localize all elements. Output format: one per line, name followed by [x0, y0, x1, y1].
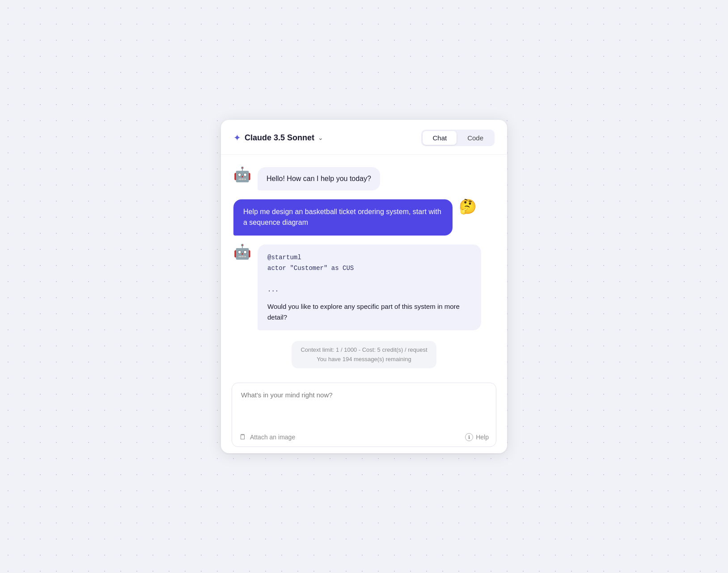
input-area: 🗒 Attach an image ℹ Help [221, 375, 507, 453]
bot-avatar-3: 🤖 [233, 244, 251, 259]
context-info: Context limit: 1 / 1000 - Cost: 5 credit… [292, 341, 436, 369]
chevron-down-icon: ⌄ [318, 134, 323, 141]
attach-image-button[interactable]: 🗒 Attach an image [239, 433, 295, 441]
code-block: @startuml actor "Customer" as CUS ... [267, 253, 471, 295]
help-button[interactable]: ℹ Help [465, 433, 489, 441]
model-selector[interactable]: ✦ Claude 3.5 Sonnet ⌄ [233, 132, 323, 143]
tab-group: Chat Code [421, 130, 495, 146]
bot-avatar-1: 🤖 [233, 167, 251, 181]
context-line-2: You have 194 message(s) remaining [301, 355, 427, 364]
user-bubble-2: Help me design an basketball ticket orde… [233, 199, 453, 236]
message-1: 🤖 Hello! How can I help you today? [233, 167, 495, 190]
input-toolbar: 🗒 Attach an image ℹ Help [232, 430, 496, 447]
message-3: 🤖 @startuml actor "Customer" as CUS ... … [233, 244, 495, 330]
context-line-1: Context limit: 1 / 1000 - Cost: 5 credit… [301, 345, 427, 355]
bot-bubble-3: @startuml actor "Customer" as CUS ... Wo… [258, 244, 481, 330]
help-circle-icon: ℹ [465, 433, 473, 441]
tab-code[interactable]: Code [457, 131, 493, 145]
user-text-2: Help me design an basketball ticket orde… [243, 208, 441, 227]
bot-bubble-1: Hello! How can I help you today? [258, 167, 380, 190]
attach-icon: 🗒 [239, 433, 246, 441]
messages-area: 🤖 Hello! How can I help you today? Help … [221, 155, 507, 375]
help-label: Help [476, 434, 489, 441]
user-avatar-2: 🤔 [459, 199, 477, 214]
bot-text-1: Hello! How can I help you today? [267, 175, 371, 182]
input-box: 🗒 Attach an image ℹ Help [232, 383, 496, 447]
spark-icon: ✦ [233, 132, 241, 143]
chat-window: ✦ Claude 3.5 Sonnet ⌄ Chat Code 🤖 Hello!… [221, 120, 507, 454]
attach-label: Attach an image [250, 434, 295, 441]
chat-header: ✦ Claude 3.5 Sonnet ⌄ Chat Code [221, 120, 507, 155]
bot-prose-3: Would you like to explore any specific p… [267, 301, 471, 322]
model-name: Claude 3.5 Sonnet [245, 133, 314, 143]
message-2: Help me design an basketball ticket orde… [233, 199, 495, 236]
tab-chat[interactable]: Chat [423, 131, 457, 145]
message-input[interactable] [232, 383, 496, 428]
